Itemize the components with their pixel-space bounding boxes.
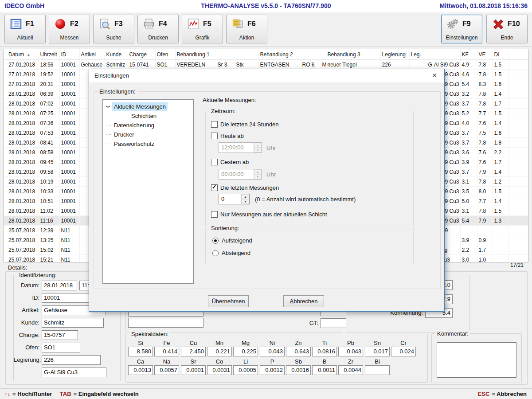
element-value-input[interactable]: 0.0816 — [312, 347, 337, 356]
dialog-titlebar[interactable]: Einstellungen ✕ — [89, 69, 444, 82]
checkbox-heute-ab[interactable]: Heute ab — [211, 133, 244, 139]
toolbar-button-suche[interactable]: F3Suche — [93, 15, 134, 43]
table-cell: 7.8 — [477, 99, 493, 109]
table-cell: 07:36 — [39, 118, 59, 128]
toolbar-button-einstellungen[interactable]: F9Einstellungen — [441, 15, 482, 43]
fkey-label: F1 — [26, 20, 34, 28]
gt-input[interactable] — [321, 318, 346, 328]
element-value-input[interactable]: 2.450 — [181, 347, 206, 356]
element-value-input[interactable]: 0.0001 — [181, 365, 206, 375]
table-cell: 7.8 — [477, 177, 493, 187]
element-value-input[interactable]: 0.0016 — [286, 365, 311, 375]
tree-item-drucker[interactable]: Drucker — [103, 130, 193, 139]
column-header-behandlung3[interactable]: Behandlung 3 — [326, 49, 380, 60]
kommentar-textarea[interactable] — [437, 342, 516, 378]
company-name: IDECO GmbH — [4, 2, 44, 9]
gestern-time-spinner[interactable]: 00:00:00 ▲▼ — [219, 169, 262, 180]
tab-key-hint: TAB — [60, 391, 71, 397]
element-value-input[interactable]: 0.0031 — [207, 365, 232, 375]
checkbox-aktuelle-schicht[interactable]: Nur Messungen aus der aktuellen Schicht — [211, 211, 327, 218]
fkey-label: F10 — [508, 20, 520, 28]
toolbar-button-aktion[interactable]: F6Aktion — [226, 15, 267, 43]
toolbar-button-grafik[interactable]: F5Grafik — [182, 15, 223, 43]
table-cell: 3.7 — [460, 167, 477, 177]
anzahl-spinner[interactable]: 0 ▲▼ — [219, 194, 250, 204]
element-value-input[interactable]: 0.024 — [391, 347, 416, 356]
radio-absteigend[interactable]: Absteigend — [212, 250, 250, 256]
column-header-behandlung2[interactable]: Behandlung 2 — [258, 49, 326, 60]
field-input[interactable]: G-Al Si9 Cu3 — [42, 368, 106, 377]
tree-item-datensicherung[interactable]: Datensicherung — [103, 121, 193, 130]
tree-item-aktuelle-messungen[interactable]: ❯Aktuelle Messungen — [103, 102, 193, 111]
table-cell — [508, 196, 528, 206]
column-header-ve[interactable]: VE — [477, 49, 493, 60]
column-header-ofen[interactable]: Ofen — [155, 49, 175, 60]
radio-aufsteigend[interactable]: Aufsteigend — [212, 237, 252, 244]
table-cell: Schmitz — [105, 60, 128, 70]
checkbox-letzte-24h[interactable]: Die letzten 24 Stunden — [211, 121, 279, 128]
table-cell — [477, 226, 493, 235]
chevron-expanded-icon[interactable]: ❯ — [103, 105, 113, 109]
window-titlebar: IDECO GmbH THERMO-ANALYSE v5.5.0 - TA760… — [0, 0, 532, 12]
table-cell: 3.9 — [460, 157, 477, 167]
spinner-arrows-icon[interactable]: ▲▼ — [254, 143, 262, 153]
column-header-legierung[interactable]: Legierung — [380, 49, 409, 60]
field-input[interactable]: Schmitz — [42, 318, 104, 328]
toolbar-button-ende[interactable]: F10Ende — [486, 15, 528, 43]
element-value-input[interactable]: 0.414 — [154, 347, 179, 356]
element-value-input[interactable]: 0.017 — [365, 347, 390, 356]
table-cell: 20:31 — [39, 79, 59, 89]
table-cell: 5.2 — [460, 109, 477, 118]
text-input[interactable] — [128, 318, 203, 328]
element-value-input[interactable]: 8.580 — [128, 347, 153, 356]
column-header-datum[interactable]: Datum▲ — [4, 49, 39, 60]
table-cell: 10001 — [59, 118, 79, 128]
element-value-input[interactable]: 0.0057 — [154, 365, 179, 375]
field-input[interactable]: 226 — [42, 355, 101, 365]
element-value-input[interactable]: 0.643 — [286, 347, 311, 356]
column-header-id[interactable]: ID — [59, 49, 79, 60]
close-x-icon — [492, 18, 505, 31]
column-header-uhrzeit[interactable]: Uhrzeit — [39, 49, 59, 60]
fkey-label: F6 — [247, 20, 256, 28]
tree-item-schichten[interactable]: Schichten — [103, 111, 193, 121]
field-input[interactable]: 28.01.2018 — [42, 281, 77, 290]
checkbox-letzte-messungen[interactable]: Die letzten Messungen — [211, 184, 279, 191]
element-value-input[interactable]: 0.0044 — [338, 365, 363, 375]
field-input[interactable]: SO1 — [42, 343, 80, 352]
element-value-input[interactable]: 0.221 — [207, 347, 232, 356]
apply-button[interactable]: Übernehmen — [208, 295, 249, 307]
column-header-leg[interactable]: Leg. — [409, 49, 460, 60]
column-header-kunde[interactable]: Kunde — [105, 49, 128, 60]
spektraldaten-label: Spektraldaten: — [129, 331, 170, 337]
table-cell: 7.7 — [477, 196, 493, 206]
column-header-artikel[interactable]: Artikel — [79, 49, 105, 60]
column-header-charge[interactable]: Charge — [128, 49, 155, 60]
element-value-input[interactable]: 0.043 — [260, 347, 285, 356]
element-value-input[interactable] — [365, 365, 390, 375]
tree-item-passwortschutz[interactable]: Passwortschutz — [103, 139, 193, 149]
toolbar-button-drucken[interactable]: F4Drucken — [137, 15, 179, 43]
toolbar-button-messen[interactable]: F2Messen — [49, 15, 90, 43]
column-header-kf[interactable]: KF — [460, 49, 477, 60]
close-icon[interactable]: ✕ — [425, 70, 444, 82]
element-value-input[interactable]: 0.225 — [233, 347, 258, 356]
element-value-input[interactable]: 0.043 — [338, 347, 363, 356]
element-value-input[interactable]: 0.0011 — [312, 365, 337, 375]
heute-time-spinner[interactable]: 12:00:00 ▲▼ — [219, 142, 262, 153]
element-value-input[interactable]: 0.0005 — [233, 365, 258, 375]
checkbox-gestern-ab[interactable]: Gestern ab — [211, 159, 249, 165]
spinner-arrows-icon[interactable]: ▲▼ — [254, 169, 262, 179]
column-header-behandlung1[interactable]: Behandlung 1 — [175, 49, 258, 60]
table-row[interactable]: 27.01.201818:5610001GehäuseSchmitz15-074… — [4, 60, 528, 70]
toolbar-button-aktuell[interactable]: F1Aktuell — [4, 15, 46, 43]
element-value-input[interactable]: 0.0012 — [260, 365, 285, 375]
element-label: Ni — [260, 340, 285, 346]
element-label: B — [312, 358, 337, 365]
spinner-arrows-icon[interactable]: ▲▼ — [241, 194, 249, 204]
cancel-button[interactable]: Abbrechen — [283, 295, 324, 307]
column-header-di[interactable]: DI — [493, 49, 508, 60]
element-value-input[interactable]: 0.0013 — [128, 365, 153, 375]
field-input[interactable]: 15-0757 — [42, 330, 78, 340]
table-cell: 3.2 — [460, 89, 477, 99]
